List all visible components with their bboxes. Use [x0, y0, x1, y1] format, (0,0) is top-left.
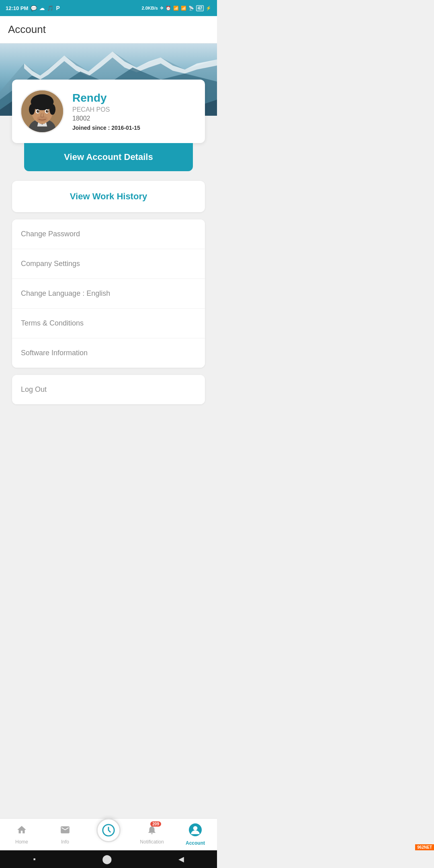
whatsapp-icon: 💬 — [31, 5, 37, 11]
profile-info: Rendy PECAH POS 18002 Joined since : 201… — [72, 92, 197, 131]
wifi-icon: 📡 — [188, 6, 194, 11]
avatar-image — [21, 90, 63, 132]
cloud-icon: ☁ — [39, 5, 45, 11]
company-settings-item[interactable]: Company Settings — [12, 249, 205, 279]
battery-indicator: 47 — [196, 5, 204, 11]
signal-icon2: 📶 — [181, 6, 186, 11]
software-info-item[interactable]: Software Information — [12, 338, 205, 368]
status-time: 12:10 PM — [6, 5, 28, 11]
page-title: Account — [8, 23, 209, 36]
svg-point-22 — [37, 116, 47, 122]
svg-point-14 — [29, 104, 35, 115]
terms-conditions-label: Terms & Conditions — [21, 319, 84, 327]
svg-point-20 — [38, 111, 39, 111]
change-password-label: Change Password — [21, 230, 80, 238]
charging-icon: ⚡ — [206, 6, 211, 11]
logout-group: Log Out — [12, 375, 205, 404]
joined-label: Joined since : — [72, 125, 110, 131]
view-work-history-button[interactable]: View Work History — [12, 181, 205, 212]
logout-button[interactable]: Log Out — [12, 375, 205, 404]
change-language-item[interactable]: Change Language : English — [12, 279, 205, 309]
send-icon: ✈ — [160, 6, 164, 11]
alarm-icon: ⏰ — [166, 6, 171, 11]
change-password-item[interactable]: Change Password — [12, 219, 205, 249]
settings-menu-group: Change Password Company Settings Change … — [12, 219, 205, 368]
status-right: 2.0KB/s ✈ ⏰ 📶 📶 📡 47 ⚡ — [142, 5, 211, 11]
profile-id: 18002 — [72, 115, 197, 122]
network-speed: 2.0KB/s — [142, 6, 158, 10]
company-settings-label: Company Settings — [21, 260, 80, 268]
profile-joined: Joined since : 2016-01-15 — [72, 125, 197, 131]
profile-card: Rendy PECAH POS 18002 Joined since : 201… — [12, 80, 205, 143]
content-area: View Work History Change Password Compan… — [0, 171, 217, 473]
joined-date: 2016-01-15 — [111, 125, 140, 131]
svg-point-18 — [37, 110, 39, 113]
avatar — [20, 89, 64, 133]
music-icon: 🎵 — [47, 5, 53, 11]
svg-point-21 — [47, 111, 48, 111]
status-bar: 12:10 PM 💬 ☁ 🎵 P 2.0KB/s ✈ ⏰ 📶 📶 📡 47 ⚡ — [0, 0, 217, 16]
view-account-details-button[interactable]: View Account Details — [24, 143, 193, 171]
profile-name: Rendy — [72, 92, 197, 104]
software-info-label: Software Information — [21, 349, 88, 357]
svg-point-15 — [49, 104, 55, 115]
svg-point-19 — [46, 110, 49, 113]
terms-conditions-item[interactable]: Terms & Conditions — [12, 309, 205, 338]
change-language-label: Change Language : English — [21, 289, 110, 297]
profile-section: Rendy PECAH POS 18002 Joined since : 201… — [0, 80, 217, 171]
profile-company: PECAH POS — [72, 106, 197, 113]
p-icon: P — [56, 5, 59, 11]
signal-icon1: 📶 — [173, 6, 179, 11]
page-header: Account — [0, 16, 217, 43]
status-left: 12:10 PM 💬 ☁ 🎵 P — [6, 5, 60, 11]
